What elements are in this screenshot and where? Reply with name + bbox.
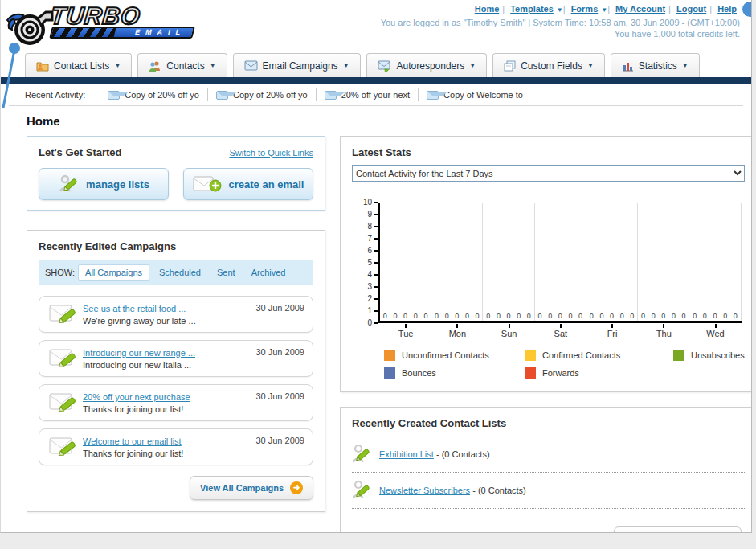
recent-activity-item[interactable]: Copy of 20% off yo: [208, 88, 317, 101]
chevron-down-icon: ▼: [557, 6, 563, 14]
create-email-label: create an email: [229, 178, 304, 191]
person-pencil-icon: [352, 443, 371, 465]
filter-sent[interactable]: Sent: [210, 265, 242, 280]
campaign-item[interactable]: See us at the retail food ... We're givi…: [39, 296, 313, 333]
recent-activity-text: Copy of 20% off yo: [125, 90, 199, 100]
campaign-date: 30 Jun 2009: [255, 303, 304, 313]
data-point-label: 0: [590, 312, 594, 320]
legend-swatch: [525, 367, 536, 379]
contact-list-link[interactable]: Newsletter Subscribers: [379, 485, 470, 495]
chart-day-group: 00000: [431, 203, 483, 321]
recent-activity-item[interactable]: Copy of 20% off yo: [100, 88, 208, 101]
manage-lists-button[interactable]: manage lists: [39, 168, 169, 200]
data-point-label: 0: [497, 312, 501, 320]
data-point-label: 0: [527, 312, 531, 320]
campaign-title-link[interactable]: See us at the retail food ...: [83, 304, 186, 313]
brand-subtitle-bar: EMAIL: [49, 27, 195, 39]
x-axis-label: Sun: [483, 323, 534, 338]
campaign-title-link[interactable]: Welcome to our email list: [83, 436, 182, 446]
link-forms[interactable]: Forms: [571, 4, 599, 14]
tab-autoresponders[interactable]: Autoresponders▼: [366, 53, 488, 77]
data-point-label: 0: [465, 312, 469, 320]
recent-activity-item[interactable]: 20% off your next: [317, 88, 419, 101]
chart-day-group: 00000: [483, 203, 534, 321]
campaign-subtitle: Thanks for joining our list!: [83, 404, 255, 416]
contact-list-item[interactable]: Exhibition List - (0 Contacts): [352, 436, 745, 473]
envelope-icon: [108, 91, 120, 100]
data-point-label: 0: [630, 312, 634, 320]
contact-list-count: - (0 Contacts): [436, 449, 490, 459]
create-email-button[interactable]: create an email: [183, 168, 313, 200]
tab-label: Contact Lists: [54, 60, 109, 72]
arrow-right-icon: ➜: [290, 481, 303, 494]
campaigns-title: Recently Edited Campaigns: [39, 240, 313, 252]
data-point-label: 0: [414, 312, 418, 320]
chevron-down-icon: ▼: [210, 62, 216, 69]
data-point-label: 0: [620, 312, 624, 320]
envelope-pencil-icon: [47, 302, 83, 326]
tab-contacts[interactable]: Contacts▼: [137, 53, 227, 77]
link-logout[interactable]: Logout: [676, 4, 706, 14]
campaign-item[interactable]: Introducing our new range ... Introducin…: [39, 340, 313, 377]
legend-label: Bounces: [402, 368, 436, 378]
link-templates[interactable]: Templates: [510, 4, 554, 14]
campaign-subtitle: Thanks for joining our list!: [83, 448, 255, 460]
legend-label: Unconfirmed Contacts: [402, 350, 489, 360]
legend-swatch: [525, 350, 536, 361]
view-all-campaigns-button[interactable]: View All Campaigns ➜: [190, 476, 313, 500]
main-content: Let's Get Started Switch to Quick Links …: [1, 136, 751, 533]
chart-legend: Unconfirmed ContactsConfirmed ContactsUn…: [384, 350, 745, 379]
arrow-right-icon: ➜: [718, 532, 731, 533]
link-home[interactable]: Home: [475, 4, 500, 14]
stats-period-select[interactable]: Contact Activity for the Last 7 Days: [352, 165, 745, 182]
tab-custom-fields[interactable]: Custom Fields▼: [492, 53, 605, 77]
link-help[interactable]: Help: [717, 4, 737, 14]
campaign-item[interactable]: Welcome to our email list Thanks for joi…: [39, 428, 313, 465]
tab-email-campaigns[interactable]: Email Campaigns▼: [233, 53, 361, 77]
switch-to-quick-links[interactable]: Switch to Quick Links: [229, 148, 313, 158]
get-started-panel: Let's Get Started Switch to Quick Links …: [27, 136, 325, 211]
legend-swatch: [384, 350, 395, 361]
legend-item: Forwards: [525, 367, 673, 379]
contact-lists-title: Recently Created Contact Lists: [352, 417, 745, 436]
envelope-pencil-icon: [47, 391, 83, 415]
campaigns-panel: Recently Edited Campaigns SHOW: All Camp…: [27, 230, 325, 512]
person-pencil-icon: [352, 479, 371, 502]
recent-activity-item[interactable]: Copy of Welcome to: [419, 88, 531, 101]
latest-stats-panel: Latest Stats Contact Activity for the La…: [340, 136, 752, 392]
tab-label: Custom Fields: [521, 60, 582, 72]
campaign-item[interactable]: 20% off your next purchase Thanks for jo…: [39, 384, 313, 421]
tab-statistics[interactable]: Statistics▼: [611, 53, 700, 77]
x-axis-label: Tue: [380, 323, 431, 338]
people-icon: [149, 60, 161, 72]
campaign-title-link[interactable]: Introducing our new range ...: [83, 348, 195, 358]
tab-label: Statistics: [639, 60, 677, 72]
filter-archived[interactable]: Archived: [245, 265, 292, 280]
tab-label: Autoresponders: [397, 60, 465, 72]
data-point-label: 0: [723, 312, 727, 320]
see-all-contact-lists-button[interactable]: See All Contact Lists ➜: [614, 526, 742, 533]
contact-list-item[interactable]: Newsletter Subscribers - (0 Contacts): [352, 473, 745, 509]
campaign-title-link[interactable]: 20% off your next purchase: [83, 392, 190, 402]
filter-all-campaigns[interactable]: All Campaigns: [78, 264, 149, 281]
x-axis-label: Sat: [535, 323, 586, 338]
filter-scheduled[interactable]: Scheduled: [153, 265, 207, 280]
envelope-icon: [244, 60, 258, 71]
link-my-account[interactable]: My Account: [615, 4, 665, 14]
chart-y-axis: 012345678910: [358, 203, 378, 323]
turbo-email-logo: TURBO EMAIL: [6, 4, 194, 47]
top-nav-links: Home| Templates▼| Forms▼| My Account| Lo…: [381, 4, 740, 14]
data-point-label: 0: [652, 312, 656, 320]
chart-day-group: 00000: [689, 203, 741, 321]
data-point-label: 0: [661, 312, 665, 320]
campaign-subtitle: We're giving away our late ...: [83, 315, 255, 327]
data-point-label: 0: [476, 312, 480, 320]
chart-plot: 00000000000000000000000000000000000: [378, 203, 742, 323]
envelope-pencil-icon: [47, 435, 83, 459]
x-axis-label: Fri: [586, 323, 638, 338]
contact-list-link[interactable]: Exhibition List: [379, 449, 434, 459]
legend-swatch: [673, 350, 684, 361]
view-all-campaigns-label: View All Campaigns: [200, 483, 284, 493]
tab-contact-lists[interactable]: Contact Lists▼: [25, 53, 132, 77]
manage-lists-label: manage lists: [86, 178, 149, 191]
